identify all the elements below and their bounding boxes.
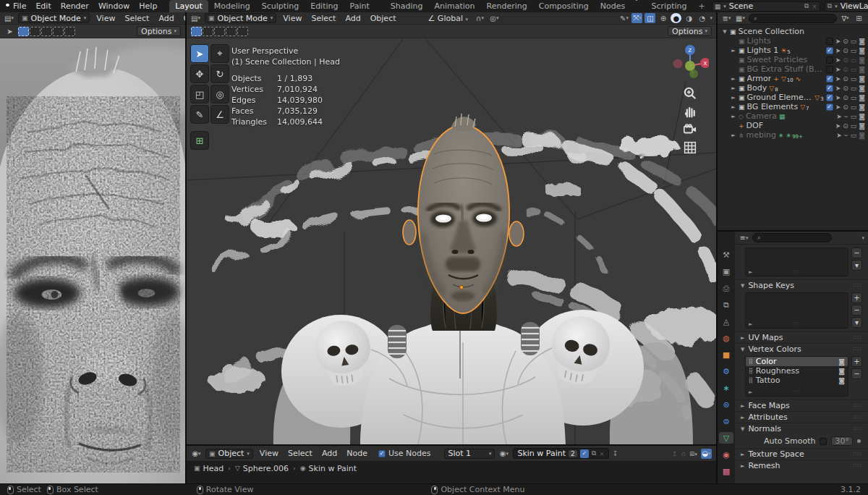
new-collection-icon[interactable]: ⊞ [854,13,864,23]
vertex-groups-list[interactable]: ►∷∷ [745,248,848,276]
tab-tool[interactable]: ⚒ [719,249,733,261]
shape-keys-list[interactable]: ►∷∷ [745,292,848,329]
use-nodes-checkbox[interactable]: ✓ [378,450,386,457]
animate-property-dot[interactable] [857,439,861,443]
exclude-checkbox[interactable]: ✓ [826,85,833,92]
tab-scene[interactable]: ◬ [719,316,733,327]
tab-physics[interactable]: ⊚ [719,399,733,410]
pan-button[interactable] [684,105,697,118]
editor-type-icon[interactable]: ◉▾ [191,449,202,459]
hide-eye-icon[interactable]: ⊙ [843,94,848,101]
select-mode-new[interactable] [18,27,29,36]
disable-viewport-icon[interactable]: ▭ [851,122,857,130]
tab-material[interactable]: ◉ [719,449,733,460]
tab-particles[interactable]: ∗ [719,382,733,394]
outliner-row-ground-elements[interactable]: ►▣Ground Elements ▽3 ✓➤⊙▭◙ [718,93,868,102]
disable-render-icon[interactable]: ◙ [859,122,865,130]
exclude-checkbox[interactable]: ✓ [826,94,833,101]
panel-shape-keys[interactable]: ▼Shape Keys∷∷ [735,279,868,291]
new-scene-icon[interactable]: ⧉ [804,2,809,10]
toggle-perspective-button[interactable] [684,141,697,154]
left-viewport-canvas[interactable] [0,38,185,483]
menu-help[interactable]: Help [135,1,161,11]
exclude-checkbox[interactable] [826,56,833,64]
overlay-toggle-icon[interactable]: ◒▾ [701,449,712,459]
shading-rendered-icon[interactable]: ◔ [697,13,707,23]
snap-node-icon[interactable]: ∩ [681,450,686,457]
slot-dropdown[interactable]: Slot 1▾ [444,449,495,459]
editor-type-icon[interactable]: ▤▾ [190,13,201,23]
selectable-icon[interactable]: ➤ [835,66,841,73]
render-camera-icon[interactable]: ◙ [838,368,845,375]
auto-smooth-checkbox[interactable] [820,438,827,445]
tab-modeling[interactable]: Modeling [208,0,256,12]
tab-render[interactable]: ▣ [719,266,733,277]
selectable-icon[interactable]: ➤ [835,75,841,82]
tool-scale[interactable]: ◰ [190,85,209,103]
menu-render[interactable]: Render [56,1,93,11]
panel-remesh[interactable]: ►Remesh∷∷ [735,460,868,471]
add-item-button[interactable]: + [851,356,862,367]
shader-context-dropdown[interactable]: ▣Object▾ [205,449,253,459]
disable-viewport-icon[interactable]: ▭ [851,75,857,82]
main-viewport-canvas[interactable]: User Perspective (1) Scene Collection | … [187,38,716,444]
outliner-row-armor[interactable]: ►▣Armor +▽10∿ ✓➤⊙▭◙ [718,74,868,83]
tab-constraints[interactable]: ⊜ [719,415,733,427]
tab-shading[interactable]: Shading [385,0,429,12]
editor-type-icon[interactable]: ≡▾ [739,233,749,243]
tool-cursor[interactable]: ⌖ [210,44,229,63]
main-orientation-dropdown[interactable]: ∠ Global ▾ [425,14,471,23]
hide-eye-icon[interactable]: ⊙ [843,56,848,64]
disable-viewport-icon[interactable]: ▭ [851,38,857,45]
tool-annotate[interactable]: ✎ [190,105,209,124]
panel-normals[interactable]: ▼Normals∷∷ [735,423,868,434]
select-mode-intersect[interactable] [237,27,248,36]
tab-uv-editing[interactable]: UV Editing [305,0,344,12]
tool-select-box[interactable]: ➤ [190,44,209,63]
tool-add-cube[interactable]: ⊞ [190,131,209,150]
main-menu-select[interactable]: Select [308,14,339,23]
disable-viewport-icon[interactable]: ▭ [851,66,857,73]
outliner-row-bg-elements[interactable]: ►▣BG Elements ▽7 ✓➤⊙▭◙ [718,102,868,111]
exclude-checkbox[interactable]: ✓ [826,47,833,54]
selectable-icon[interactable]: ➤ [836,132,842,139]
left-mode-dropdown[interactable]: ▣Object Mode▾ [18,13,90,23]
selectable-icon[interactable]: ➤ [835,47,841,54]
disable-viewport-icon[interactable]: ▭ [851,94,857,101]
material-users-count[interactable]: 2 [569,450,577,457]
outliner-row-mebing[interactable]: ►⋔mebing ∗∗99+ ➤⌣▭◙ [718,130,868,140]
panel-attributes[interactable]: ►Attributes∷∷ [735,411,868,423]
select-mode-subtract[interactable] [41,27,52,36]
disable-render-icon[interactable]: ◙ [859,85,865,92]
shader-menu-view[interactable]: View [257,449,281,458]
navigation-gizmo[interactable]: Z X [671,44,709,82]
pin-icon[interactable]: ↧ [613,450,618,457]
add-item-button[interactable]: + [851,292,862,303]
hide-eye-icon[interactable]: ⊙ [843,75,848,82]
outliner-row-camera[interactable]: ►◇Camera ▦ ➤⌣▭◙ [718,111,868,121]
tab-output[interactable]: ⎙ [719,282,733,294]
vertex-color-row-roughness[interactable]: ⣿Roughness ◙ [746,366,848,376]
hide-eye-icon[interactable]: ⊙ [843,38,848,45]
main-menu-view[interactable]: View [280,14,305,23]
scene-selector[interactable]: ▦▾ Scene ⧉ × [712,1,820,12]
properties-options-icon[interactable]: ▾ [861,235,864,241]
breadcrumb-object[interactable]: ▣Head [194,464,224,473]
editor-type-icon[interactable]: ▤▾ [4,13,14,23]
disable-render-icon[interactable]: ◙ [859,103,865,111]
tab-scripting[interactable]: Scripting [646,0,693,12]
shading-wireframe-icon[interactable]: ⊕ [658,13,668,23]
tab-object[interactable]: ■ [719,349,733,360]
hide-eye-icon[interactable]: ⊙ [843,47,848,54]
select-mode-intersect[interactable] [64,27,75,36]
left-menu-select[interactable]: Select [122,14,152,23]
selectable-icon[interactable]: ➤ [835,94,841,101]
tab-compositing[interactable]: Compositing [533,0,595,12]
outliner-row-scene-collection[interactable]: ▼▣ Scene Collection [718,27,868,36]
shading-material-icon[interactable]: ◑ [684,13,694,23]
camera-view-button[interactable] [684,123,697,136]
remove-item-button[interactable]: − [851,305,862,316]
left-menu-object[interactable]: Object [181,14,185,23]
tab-geometry-nodes[interactable]: Geometry Nodes [595,0,646,12]
viewlayer-selector[interactable]: ⧉▾ ViewLayer ⧉ × [825,1,868,12]
